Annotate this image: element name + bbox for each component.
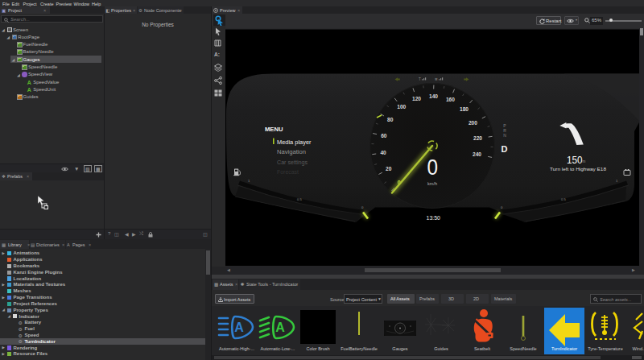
svg-text:0: 0 <box>427 155 439 180</box>
svg-text:100: 100 <box>397 104 406 110</box>
svg-text:Forecast: Forecast <box>277 169 299 175</box>
svg-text:180: 180 <box>460 106 469 112</box>
svg-text:80: 80 <box>387 117 394 122</box>
svg-text:13:50: 13:50 <box>427 214 441 221</box>
svg-text:Turn left to Highway E18: Turn left to Highway E18 <box>550 167 606 172</box>
svg-text:200: 200 <box>469 120 477 126</box>
svg-text:❇: ❇ <box>435 77 438 81</box>
svg-text:MENU: MENU <box>265 126 283 133</box>
svg-text:Navigation: Navigation <box>277 149 306 155</box>
svg-text:A: A <box>275 321 285 334</box>
svg-text:0.5: 0.5 <box>297 197 302 201</box>
svg-text:N: N <box>503 133 506 138</box>
svg-text:km/h: km/h <box>427 181 437 186</box>
svg-text:Car settings: Car settings <box>277 159 308 166</box>
svg-text:0.5: 0.5 <box>561 197 566 201</box>
svg-text:120: 120 <box>412 96 421 101</box>
svg-text:140: 140 <box>429 93 438 99</box>
svg-text:D: D <box>502 144 508 154</box>
svg-text:Media player: Media player <box>277 139 312 146</box>
svg-text:220: 220 <box>473 135 482 141</box>
svg-text:T: T <box>419 77 421 81</box>
svg-text:40: 40 <box>380 150 386 155</box>
svg-text:60: 60 <box>381 133 387 139</box>
svg-text:160: 160 <box>446 97 455 102</box>
svg-text:150: 150 <box>567 154 583 166</box>
svg-text:20: 20 <box>386 166 392 172</box>
svg-text:m: m <box>583 159 586 163</box>
svg-text:A: A <box>234 321 244 334</box>
svg-text:240: 240 <box>473 151 481 157</box>
